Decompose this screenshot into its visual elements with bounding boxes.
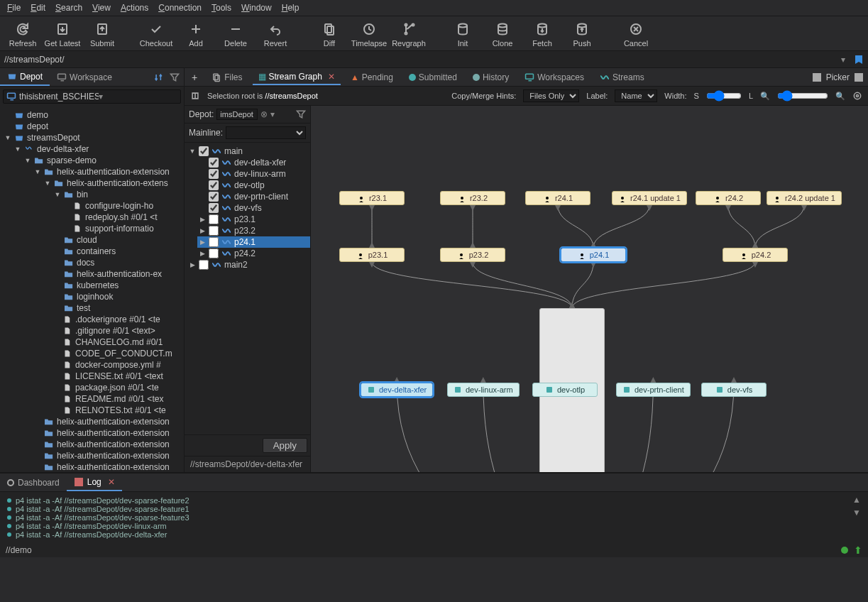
stream-filter-checkbox[interactable] xyxy=(209,180,219,190)
stream-node-p23.1[interactable]: p23.1 xyxy=(339,248,405,262)
tree-item[interactable]: README.md #0/1 <tex xyxy=(53,393,184,405)
tree-item[interactable]: helix-authentication-extension xyxy=(33,461,184,472)
zoom-out-icon[interactable]: 🔍 xyxy=(760,92,770,101)
depot-filter-input[interactable] xyxy=(216,109,258,120)
stream-node-dev-otlp[interactable]: dev-otlp xyxy=(532,383,598,397)
tree-item[interactable]: depot xyxy=(3,121,184,132)
stream-node-r24.2[interactable]: r24.2 xyxy=(696,191,761,205)
stream-node-p24.1[interactable]: p24.1 xyxy=(561,248,626,262)
sort-icon[interactable] xyxy=(154,72,164,82)
stream-filter-checkbox[interactable] xyxy=(199,260,209,270)
stream-filter-item[interactable]: ▶p23.1 xyxy=(197,214,310,225)
stream-filter-checkbox[interactable] xyxy=(209,237,219,247)
tree-item[interactable]: .dockerignore #0/1 <te xyxy=(53,314,184,325)
tree-item[interactable]: .gitignore #0/1 <text> xyxy=(53,325,184,336)
tree-item[interactable]: ▼helix-authentication-extension xyxy=(33,166,184,177)
new-tab-button[interactable]: + xyxy=(187,72,202,83)
stream-filter-checkbox[interactable] xyxy=(209,158,219,168)
stream-filter-checkbox[interactable] xyxy=(209,248,219,258)
stream-node-p23.2[interactable]: p23.2 xyxy=(440,248,505,262)
clone-button[interactable]: Clone xyxy=(483,22,522,48)
tree-item[interactable]: cloud xyxy=(53,234,184,246)
get-latest-button[interactable]: Get Latest xyxy=(43,22,82,48)
submit-button[interactable]: Submit xyxy=(82,22,122,48)
tree-item[interactable]: ▼bin xyxy=(53,189,184,200)
fetch-button[interactable]: Fetch xyxy=(522,22,562,48)
tree-item[interactable]: ▼streamsDepot xyxy=(3,132,184,143)
tree-item[interactable]: docs xyxy=(53,257,184,268)
stream-node-r23.1[interactable]: r23.1 xyxy=(339,191,405,205)
menu-edit[interactable]: Edit xyxy=(31,3,45,13)
stream-filter-item[interactable]: dev-otlp xyxy=(197,180,310,191)
tree-item[interactable]: CODE_OF_CONDUCT.m xyxy=(53,348,184,359)
cancel-button[interactable]: Cancel xyxy=(616,22,656,48)
timelapse-button[interactable]: Timelapse xyxy=(349,22,389,48)
apply-button[interactable]: Apply xyxy=(263,438,307,453)
menu-view[interactable]: View xyxy=(92,3,111,13)
stream-node-dev-delta-xfer[interactable]: dev-delta-xfer xyxy=(361,383,433,397)
stream-filter-item[interactable]: dev-prtn-client xyxy=(197,191,310,202)
path-dropdown-icon[interactable]: ▾ xyxy=(837,55,850,65)
stream-filter-item[interactable]: dev-delta-xfer xyxy=(197,157,310,168)
stream-node-r23.2[interactable]: r23.2 xyxy=(440,191,505,205)
tree-item[interactable]: configure-login-ho xyxy=(62,200,184,212)
tree-item[interactable]: docker-compose.yml # xyxy=(53,359,184,371)
delete-button[interactable]: Delete xyxy=(216,22,256,48)
tab-workspace[interactable]: Workspace xyxy=(50,70,119,85)
refresh-button[interactable]: Refresh xyxy=(3,22,43,48)
tree-item[interactable]: demo xyxy=(3,109,184,121)
tree-item[interactable]: kubernetes xyxy=(53,280,184,291)
stream-graph-canvas[interactable]: r23.1r23.2r24.1r24.1 update 1r24.2r24.2 … xyxy=(311,106,868,472)
stream-filter-item[interactable]: ▶p24.2 xyxy=(197,248,310,259)
tree-item[interactable]: redeploy.sh #0/1 <t xyxy=(62,212,184,223)
tree-item[interactable]: ▼sparse-demo xyxy=(23,155,184,166)
tab-workspaces[interactable]: Workspaces xyxy=(519,70,590,84)
menu-search[interactable]: Search xyxy=(55,3,82,13)
tab-log[interactable]: Log ✕ xyxy=(67,474,122,491)
stream-node-r24.1u1[interactable]: r24.1 update 1 xyxy=(612,191,687,205)
tab-pending[interactable]: ▲Pending xyxy=(345,70,399,84)
picker-label[interactable]: Picker xyxy=(826,72,850,82)
clear-depot-icon[interactable]: ⊗ xyxy=(260,109,268,119)
tree-item[interactable]: LICENSE.txt #0/1 <text xyxy=(53,371,184,382)
label-select[interactable]: Name xyxy=(615,89,657,102)
collapse-icon[interactable] xyxy=(190,91,200,101)
tree-item[interactable]: ▼dev-delta-xfer xyxy=(13,143,184,155)
stream-filter-checkbox[interactable] xyxy=(209,192,219,202)
depot-dropdown-icon[interactable]: ▾ xyxy=(270,109,275,119)
zoom-in-icon[interactable]: 🔍 xyxy=(835,92,845,101)
stream-filter-item[interactable]: ▼main xyxy=(187,146,310,157)
push-button[interactable]: Push xyxy=(562,22,602,48)
tab-dashboard[interactable]: Dashboard xyxy=(0,475,67,491)
tree-item[interactable]: helix-authentication-extension xyxy=(33,416,184,427)
diff-button[interactable]: Diff xyxy=(309,22,349,48)
menu-actions[interactable]: Actions xyxy=(121,3,148,13)
revert-button[interactable]: Revert xyxy=(256,22,295,48)
stream-node-dev-prtn-client[interactable]: dev-prtn-client xyxy=(616,383,691,397)
stream-filter-checkbox[interactable] xyxy=(209,203,219,213)
tree-item[interactable]: CHANGELOG.md #0/1 xyxy=(53,336,184,348)
add-button[interactable]: Add xyxy=(176,22,216,48)
stream-node-dev-linux-arm[interactable]: dev-linux-arm xyxy=(447,383,520,397)
tree-item[interactable]: support-informatio xyxy=(62,223,184,234)
tree-item[interactable]: helix-authentication-ex xyxy=(53,268,184,280)
depot-tree[interactable]: demodepot▼streamsDepot▼dev-delta-xfer▼sp… xyxy=(0,106,184,472)
init-button[interactable]: Init xyxy=(443,22,483,48)
stream-filter-checkbox[interactable] xyxy=(199,146,209,156)
filter-icon[interactable] xyxy=(170,72,180,82)
stream-node-r24.1[interactable]: r24.1 xyxy=(525,191,590,205)
hints-select[interactable]: Files Only xyxy=(523,89,579,102)
workspace-select[interactable]: thisisbrent_BSCHIESTL0123_productA_r24.2… xyxy=(3,89,181,104)
tab-files[interactable]: Files xyxy=(206,70,248,84)
tab-history[interactable]: History xyxy=(467,70,515,84)
stream-filter-tree[interactable]: ▼maindev-delta-xferdev-linux-armdev-otlp… xyxy=(185,143,310,434)
tab-close-icon[interactable]: ✕ xyxy=(328,72,335,82)
stream-filter-checkbox[interactable] xyxy=(209,226,219,236)
menu-connection[interactable]: Connection xyxy=(158,3,202,13)
menu-help[interactable]: Help xyxy=(282,3,300,13)
stream-node-r24.2u1[interactable]: r24.2 update 1 xyxy=(767,191,842,205)
depot-filter-icon[interactable] xyxy=(296,109,306,119)
tree-item[interactable]: package.json #0/1 <te xyxy=(53,382,184,393)
stream-filter-item[interactable]: ▶main2 xyxy=(187,259,310,270)
checkout-button[interactable]: Checkout xyxy=(136,22,176,48)
